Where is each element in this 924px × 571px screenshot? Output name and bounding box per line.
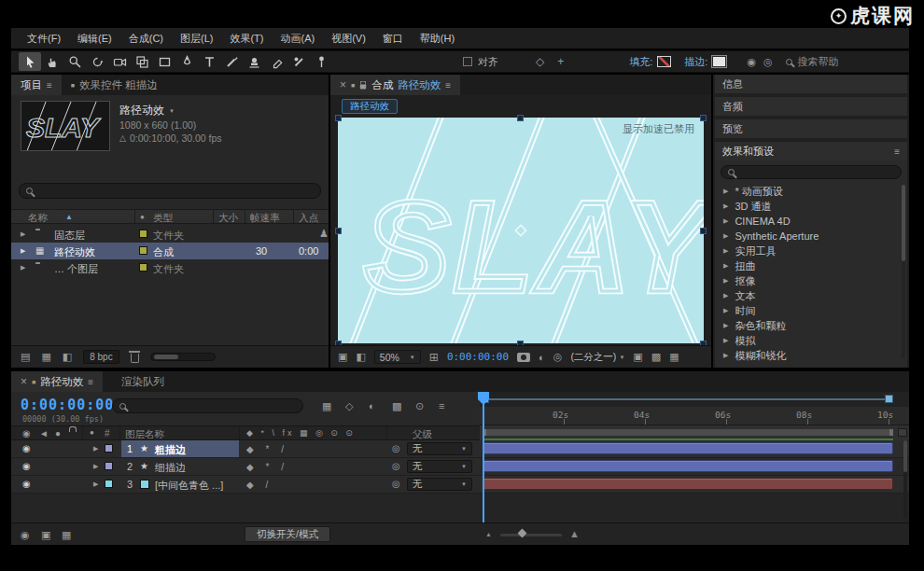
menu-animation[interactable]: 动画(A) [273, 32, 324, 46]
panel-menu-icon[interactable]: ≡ [445, 80, 451, 91]
project-footer-icon-3[interactable]: ◧ [63, 351, 72, 363]
eye-toggle[interactable]: ◉ [22, 461, 31, 471]
layer-label-chip[interactable] [105, 444, 113, 453]
comp-mini-flowchart-button[interactable]: ▦ [322, 400, 331, 412]
align-checkbox[interactable] [463, 57, 472, 66]
selection-tool-icon[interactable] [19, 52, 41, 71]
project-search-input[interactable] [19, 183, 321, 199]
layer-name-column[interactable]: 图层名称 [125, 428, 164, 441]
label-chip[interactable] [139, 230, 147, 238]
parent-pickwhip-icon[interactable]: ◎ [392, 479, 400, 489]
preset-item[interactable]: ▶CINEMA 4D [715, 214, 907, 229]
menu-composition[interactable]: 合成(C) [120, 32, 172, 46]
project-row-comp[interactable]: ▶ ▦ 路径动效 合成 30 0:00 [11, 243, 329, 259]
panel-header-info[interactable]: 信息 [715, 75, 907, 93]
motion-blur-footer-icon[interactable]: ▣ [41, 529, 50, 541]
hand-tool-icon[interactable] [41, 52, 63, 71]
current-time-display[interactable]: 0:00:00:00 [21, 397, 114, 413]
preset-item[interactable]: ▶模糊和锐化 [715, 348, 907, 361]
menu-edit[interactable]: 编辑(E) [69, 32, 120, 46]
layer-row-3[interactable]: ◉ ▶ 3 [中间色青色 ...] ◆ / ◎ 无▼ [11, 476, 480, 494]
panel-header-effects-presets[interactable]: 效果和预设 ≡ [715, 142, 907, 160]
project-row-layers-folder[interactable]: ▶ … 个图层 文件夹 [11, 259, 329, 276]
search-help-label[interactable]: 搜索帮助 [798, 55, 839, 69]
preset-item[interactable]: ▶模拟 [715, 333, 907, 348]
brush-tool-icon[interactable] [220, 52, 243, 71]
layer-duration-bar-2[interactable] [483, 460, 893, 472]
always-preview-icon[interactable]: ▣ [338, 351, 347, 363]
preset-item[interactable]: ▶抠像 [715, 273, 907, 288]
layer-name[interactable]: 粗描边 [155, 443, 186, 457]
parent-pickwhip-icon[interactable]: ◎ [392, 443, 400, 453]
clone-stamp-tool-icon[interactable] [243, 52, 265, 71]
parent-column[interactable]: 父级 [413, 428, 432, 441]
crosshair-icon[interactable]: + [557, 55, 564, 68]
frame-blend-button[interactable]: ▩ [392, 400, 401, 412]
grid-guides-icon[interactable]: ⊞ [429, 351, 439, 364]
col-size[interactable]: 大小 [218, 212, 238, 225]
camera-tool-icon[interactable] [108, 52, 131, 71]
resolution-select[interactable]: (二分之一) ▼ [570, 351, 624, 364]
close-icon[interactable]: × [340, 78, 346, 91]
main-viewer-icon[interactable]: ◧ [356, 351, 365, 363]
preset-item[interactable]: ▶文本 [715, 288, 907, 303]
magnification-select[interactable]: 50% ▼ [374, 350, 421, 364]
toolbar-extra-icon-1[interactable]: ◉ [747, 56, 756, 68]
toggle-switches-modes-button[interactable]: 切换开关/模式 [245, 526, 330, 542]
layer-duration-bar-3[interactable] [483, 478, 893, 490]
tab-project[interactable]: 项目 ≡ [11, 75, 62, 95]
frame-blend-footer-icon[interactable]: ◉ [21, 529, 30, 541]
search-help-icon[interactable] [786, 59, 792, 65]
layer-switches[interactable]: ◆ * / [246, 462, 288, 472]
selection-handle[interactable] [700, 115, 707, 121]
layer-name[interactable]: 细描边 [155, 461, 186, 475]
timeline-scrollbar[interactable] [903, 440, 907, 519]
lock-icon[interactable] [360, 85, 366, 90]
preset-item[interactable]: ▶扭曲 [715, 258, 907, 273]
comp-name[interactable]: 路径动效 [119, 103, 164, 118]
panel-menu-icon[interactable]: ≡ [894, 146, 900, 157]
menu-view[interactable]: 视图(V) [323, 32, 374, 46]
shape-tool-icon[interactable] [153, 52, 175, 71]
fill-swatch[interactable] [657, 56, 671, 67]
graph-editor-button[interactable]: ≡ [439, 400, 444, 411]
layer-duration-bar-1[interactable] [483, 442, 893, 454]
viewer-current-time[interactable]: 0:00:00:00 [447, 351, 509, 363]
preset-item[interactable]: ▶实用工具 [715, 244, 907, 258]
menu-window[interactable]: 窗口 [374, 32, 412, 46]
layer-label-chip[interactable] [105, 480, 113, 488]
type-tool-icon[interactable] [198, 52, 220, 71]
close-icon[interactable]: × [21, 375, 27, 388]
layer-expander-icon[interactable]: ▶ [93, 463, 98, 470]
thumbnail-size-slider[interactable] [150, 353, 216, 361]
menu-layer[interactable]: 图层(L) [172, 32, 221, 46]
layer-expander-icon[interactable]: ▶ [93, 445, 98, 453]
stroke-swatch[interactable] [712, 56, 726, 67]
parent-pickwhip-icon[interactable]: ◎ [392, 461, 400, 471]
draft-3d-button[interactable]: ◇ [345, 400, 353, 412]
comp-marker-bin[interactable] [898, 428, 907, 437]
transparency-grid-icon[interactable]: ▩ [651, 351, 661, 363]
motion-blur-button[interactable]: ⊙ [415, 400, 424, 412]
panel-header-preview[interactable]: 预览 [715, 119, 907, 138]
project-row-solids[interactable]: ▶ 固态层 文件夹 ♟ [11, 226, 329, 243]
effects-list-scrollbar[interactable] [902, 185, 905, 358]
col-type[interactable]: 类型 [153, 212, 173, 225]
layer-row-2[interactable]: ◉ ▶ 2 ★ 细描边 ◆ * / ◎ 无▼ [11, 458, 480, 476]
playhead-line[interactable] [483, 392, 484, 522]
menu-file[interactable]: 文件(F) [19, 32, 69, 46]
effects-search-input[interactable] [721, 165, 902, 179]
menu-help[interactable]: 帮助(H) [412, 32, 463, 46]
tab-render-queue[interactable]: 渲染队列 [112, 371, 174, 392]
view-layout-icon[interactable]: ▦ [669, 351, 679, 363]
comp-navigator-crumb[interactable]: 路径动效 [342, 99, 398, 114]
eye-toggle[interactable]: ◉ [22, 479, 31, 489]
panel-menu-icon[interactable]: ≡ [47, 80, 52, 91]
work-area-bar[interactable] [483, 429, 893, 436]
tab-timeline-comp[interactable]: × ■ 路径动效 ≡ [11, 371, 103, 392]
zoom-tool-icon[interactable] [63, 52, 86, 71]
show-channel-icon[interactable]: ◐ [539, 352, 545, 363]
puppet-pin-tool-icon[interactable] [310, 52, 332, 71]
zoom-out-mountain-icon[interactable]: ▲ [485, 531, 492, 537]
layer-switches[interactable]: ◆ * / [246, 444, 288, 454]
